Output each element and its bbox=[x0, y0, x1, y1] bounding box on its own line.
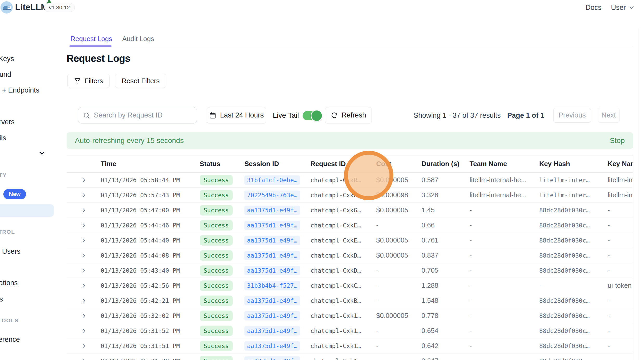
session-id-link[interactable]: aa1375d1-e49f… bbox=[244, 221, 300, 230]
cell-status: Success bbox=[200, 250, 244, 261]
expand-chevron-icon[interactable] bbox=[67, 313, 101, 319]
cell-time: 01/13/2026 05:58:44 PM bbox=[101, 177, 200, 184]
sidebar-item[interactable]: s bbox=[0, 295, 3, 303]
cell-cost: $0.000098 bbox=[376, 191, 421, 199]
next-page-button[interactable]: Next bbox=[598, 108, 620, 123]
auto-refresh-banner: Auto-refreshing every 15 seconds Stop bbox=[67, 132, 633, 149]
cell-cost: - bbox=[376, 297, 421, 305]
cell-status: Success bbox=[200, 356, 244, 360]
search-input[interactable] bbox=[94, 111, 192, 119]
expand-chevron-icon[interactable] bbox=[67, 267, 101, 274]
session-id-link[interactable]: aa1375d1-e49f… bbox=[244, 206, 300, 215]
previous-page-button[interactable]: Previous bbox=[553, 108, 591, 123]
reset-filters-button[interactable]: Reset Filters bbox=[115, 74, 166, 88]
cell-session-id: aa1375d1-e49f… bbox=[244, 296, 310, 305]
cell-session-id: aa1375d1-e49f… bbox=[244, 206, 310, 215]
cell-cost: $0.000005 bbox=[376, 251, 421, 259]
cell-key-hash: 88dc28d0f030c… bbox=[539, 252, 608, 259]
auto-refresh-message: Auto-refreshing every 15 seconds bbox=[75, 136, 184, 145]
sidebar-item[interactable]: ations bbox=[0, 279, 18, 287]
expand-chevron-icon[interactable] bbox=[67, 222, 101, 228]
sidebar-item[interactable]: rvers bbox=[0, 118, 15, 126]
column-header: Cost bbox=[376, 160, 421, 168]
table-row[interactable]: 01/13/2026 05:32:02 PMSuccessaa1375d1-e4… bbox=[67, 308, 633, 323]
session-id-link[interactable]: aa1375d1-e49f… bbox=[244, 251, 300, 260]
cell-key-name: - bbox=[608, 221, 633, 229]
cell-time: 01/13/2026 05:57:43 PM bbox=[101, 192, 200, 199]
session-id-link[interactable]: 31bfa1cf-0ebe… bbox=[244, 175, 300, 185]
expand-chevron-icon[interactable] bbox=[67, 207, 101, 213]
status-badge: Success bbox=[200, 205, 233, 215]
expand-chevron-icon[interactable] bbox=[67, 298, 101, 304]
cell-cost: - bbox=[376, 342, 421, 350]
table-row[interactable]: 01/13/2026 05:31:52 PMSuccessaa1375d1-e4… bbox=[67, 323, 633, 338]
cell-key-name: - bbox=[608, 357, 633, 360]
cell-key-name: - bbox=[608, 266, 633, 274]
cell-status: Success bbox=[200, 265, 244, 276]
expand-chevron-icon[interactable] bbox=[67, 252, 101, 259]
table-row[interactable]: 01/13/2026 05:42:56 PMSuccess31b3b4b4-f5… bbox=[67, 278, 633, 293]
expand-chevron-icon[interactable] bbox=[67, 328, 101, 334]
table-row[interactable]: 01/13/2026 05:57:43 PMSuccess7022549b-76… bbox=[67, 188, 633, 203]
litellm-logo-icon bbox=[1, 1, 13, 14]
session-id-link[interactable]: aa1375d1-e49f… bbox=[244, 266, 300, 275]
live-tail-toggle[interactable] bbox=[303, 111, 322, 120]
expand-chevron-icon[interactable] bbox=[67, 192, 101, 198]
session-id-link[interactable]: aa1375d1-e49f… bbox=[244, 326, 300, 336]
session-id-link[interactable]: aa1375d1-e49f… bbox=[244, 311, 300, 320]
refresh-button[interactable]: Refresh bbox=[325, 107, 372, 123]
sidebar-item[interactable]: erence bbox=[0, 336, 20, 344]
docs-link[interactable]: Docs bbox=[586, 4, 602, 12]
expand-chevron-icon[interactable] bbox=[67, 237, 101, 244]
table-row[interactable]: 01/13/2026 05:44:08 PMSuccessaa1375d1-e4… bbox=[67, 248, 633, 263]
user-menu[interactable]: User bbox=[611, 4, 635, 12]
session-id-link[interactable]: aa1375d1-e49f… bbox=[244, 296, 300, 305]
table-body: 01/13/2026 05:58:44 PMSuccess31bfa1cf-0e… bbox=[67, 173, 633, 360]
sidebar-item[interactable]: + Endpoints bbox=[2, 86, 39, 94]
table-row[interactable]: 01/13/2026 05:42:21 PMSuccessaa1375d1-e4… bbox=[67, 293, 633, 308]
cell-key-hash: 88dc28d0f030c… bbox=[539, 207, 608, 214]
table-row[interactable]: 01/13/2026 05:44:46 PMSuccessaa1375d1-e4… bbox=[67, 218, 633, 233]
status-badge: Success bbox=[200, 326, 233, 336]
sidebar-item[interactable]: Keys bbox=[0, 55, 14, 63]
session-id-link[interactable]: 7022549b-763e… bbox=[244, 191, 300, 200]
sidebar-item[interactable]: ils bbox=[0, 134, 6, 142]
sidebar-item-selected[interactable] bbox=[0, 204, 54, 217]
table-row[interactable]: 01/13/2026 05:43:40 PMSuccessaa1375d1-e4… bbox=[67, 263, 633, 278]
table-row[interactable]: 01/13/2026 05:31:38 PMSuccessaa1375d1-e4… bbox=[67, 354, 633, 360]
expand-chevron-icon[interactable] bbox=[67, 283, 101, 289]
tab-audit-logs[interactable]: Audit Logs bbox=[122, 35, 154, 46]
time-range-button[interactable]: Last 24 Hours bbox=[207, 107, 266, 123]
cell-key-name: - bbox=[608, 342, 633, 350]
user-menu-label: User bbox=[611, 4, 626, 12]
cell-duration: 1.45 bbox=[421, 206, 470, 214]
session-id-link[interactable]: aa1375d1-e49f… bbox=[244, 236, 300, 245]
cell-cost: $0.000005 bbox=[376, 206, 421, 214]
filters-button[interactable]: Filters bbox=[67, 74, 110, 88]
expand-chevron-icon[interactable] bbox=[67, 177, 101, 183]
cell-request-id: chatcmpl-CxkB… bbox=[310, 297, 376, 304]
cell-key-name: litellm-int… bbox=[608, 191, 633, 199]
sidebar-section-label: TOOLS bbox=[0, 317, 19, 324]
sidebar-item[interactable]: Users bbox=[2, 247, 21, 256]
session-id-link[interactable]: aa1375d1-e49f… bbox=[244, 356, 300, 360]
session-id-link[interactable]: 31b3b4b4-f527… bbox=[244, 281, 300, 290]
cell-team-name: - bbox=[470, 221, 539, 229]
cell-team-name: - bbox=[470, 297, 539, 305]
table-row[interactable]: 01/13/2026 05:47:00 PMSuccessaa1375d1-e4… bbox=[67, 203, 633, 218]
status-badge: Success bbox=[200, 220, 233, 231]
session-id-link[interactable]: aa1375d1-e49f… bbox=[244, 341, 300, 351]
expand-chevron-icon[interactable] bbox=[67, 343, 101, 349]
table-row[interactable]: 01/13/2026 05:31:51 PMSuccessaa1375d1-e4… bbox=[67, 338, 633, 354]
sidebar-collapse-chevron-icon[interactable] bbox=[38, 149, 46, 157]
tab-request-logs[interactable]: Request Logs bbox=[70, 35, 112, 46]
cell-key-name: - bbox=[608, 206, 633, 214]
sidebar-item[interactable]: und bbox=[0, 70, 11, 78]
table-row[interactable]: 01/13/2026 05:44:40 PMSuccessaa1375d1-e4… bbox=[67, 233, 633, 248]
cell-session-id: 31b3b4b4-f527… bbox=[244, 281, 310, 290]
cell-session-id: 7022549b-763e… bbox=[244, 191, 310, 200]
stop-auto-refresh-link[interactable]: Stop bbox=[610, 136, 625, 145]
table-row[interactable]: 01/13/2026 05:58:44 PMSuccess31bfa1cf-0e… bbox=[67, 173, 633, 188]
expand-chevron-icon[interactable] bbox=[67, 358, 101, 360]
cell-time: 01/13/2026 05:31:51 PM bbox=[101, 343, 200, 349]
